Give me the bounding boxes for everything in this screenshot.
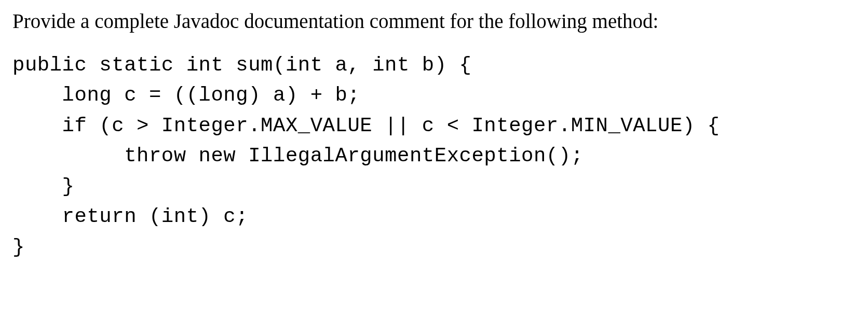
code-line: throw new IllegalArgumentException(); [12, 145, 584, 168]
code-line: } [12, 175, 75, 198]
code-line: if (c > Integer.MAX_VALUE || c < Integer… [12, 115, 720, 137]
code-line: } [12, 236, 25, 259]
code-line: public static int sum(int a, int b) { [12, 54, 471, 77]
document-page: Provide a complete Javadoc documentation… [0, 0, 868, 272]
code-block: public static int sum(int a, int b) { lo… [12, 50, 856, 263]
prompt-text: Provide a complete Javadoc documentation… [12, 9, 856, 34]
code-line: return (int) c; [12, 205, 248, 228]
code-line: long c = ((long) a) + b; [12, 84, 360, 107]
